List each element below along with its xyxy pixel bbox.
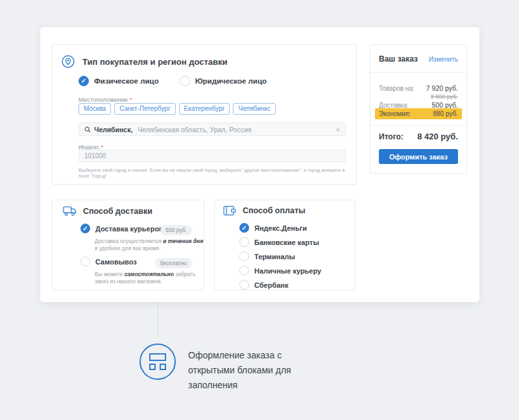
city-chips: Москва Санкт-Петербург Екатеренбург Челя…: [78, 103, 276, 115]
delivery-card-title: Способ доставки: [83, 207, 152, 216]
payment-method-card: Способ оплаты ✓ Яндекс.Деньги Банковские…: [214, 200, 356, 290]
courier-description: Доставка осуществляется в течение дня в …: [95, 238, 203, 252]
savings-highlight-row: Экономия: 880 руб.: [375, 108, 462, 119]
payment-option-sberbank[interactable]: Сбербанк: [239, 280, 289, 290]
divider: [370, 72, 466, 73]
location-label-text: Местоположение: [78, 96, 128, 103]
layout-blocks-icon: [139, 344, 176, 380]
items-total-row: Товаров на: 7 920 руб.: [379, 84, 458, 92]
pickup-price-badge: бесплатно: [155, 258, 192, 268]
radio-individual-label: Физическое лицо: [94, 77, 159, 85]
wallet-icon: [223, 205, 236, 216]
city-search-input[interactable]: Челябинск, Челябинская область, Урал, Ро…: [78, 122, 346, 136]
index-value: 101000: [84, 152, 106, 159]
summary-title: Ваш заказ: [379, 54, 418, 64]
footer-caption: Оформление заказа с открытыми блоками дл…: [188, 348, 328, 393]
search-value-city: Челябинск,: [94, 126, 134, 134]
desc-text: в удобное для вас время.: [95, 245, 160, 251]
savings-label: Экономия:: [379, 110, 411, 117]
desc-emphasis: в течение дня: [163, 238, 203, 244]
divider: [370, 125, 466, 126]
checkout-panel: Тип покупателя и регион доставки ✓ Физич…: [40, 27, 479, 302]
desc-text: Доставка осуществляется: [95, 238, 163, 244]
truck-icon: [63, 205, 77, 216]
delivery-option-pickup[interactable]: Самовывоз: [80, 257, 137, 266]
radio-legal-entity[interactable]: Юридическое лицо: [180, 76, 267, 86]
radio-legal-label: Юридическое лицо: [195, 77, 267, 85]
order-summary-card: Ваш заказ Изменить Товаров на: 7 920 руб…: [370, 44, 467, 174]
buyer-region-card: Тип покупателя и регион доставки ✓ Физич…: [52, 44, 357, 185]
radio-cards-circle[interactable]: [239, 237, 249, 247]
delivery-option-courier[interactable]: ✓ Доставка курьером: [80, 224, 164, 233]
radio-cash-circle[interactable]: [239, 266, 249, 275]
desc-emphasis: самостоятельно: [125, 271, 174, 277]
pickup-label: Самовывоз: [95, 258, 137, 266]
terminals-label: Терминалы: [254, 253, 295, 261]
check-icon: ✓: [241, 225, 247, 231]
items-value: 7 920 руб.: [426, 84, 458, 92]
total-value: 8 420 руб.: [417, 132, 458, 141]
buyer-type-options: ✓ Физическое лицо Юридическое лицо: [78, 76, 267, 86]
search-icon: [84, 126, 91, 133]
savings-value: 880 руб.: [433, 110, 458, 117]
payment-option-yandex[interactable]: ✓ Яндекс.Деньги: [239, 223, 307, 233]
courier-label: Доставка курьером: [95, 225, 164, 233]
radio-terminals-circle[interactable]: [239, 251, 249, 261]
cards-label: Банковские карты: [254, 239, 319, 246]
radio-sberbank-circle[interactable]: [239, 280, 249, 290]
yandex-label: Яндекс.Деньги: [254, 224, 307, 232]
total-label: Итого:: [379, 132, 404, 141]
location-pin-icon: [62, 55, 75, 68]
place-order-button[interactable]: Оформить заказ: [379, 149, 458, 164]
search-value-region: Челябинская область, Урал, Россия: [138, 126, 251, 134]
city-helper-text: Выберите свой город в списке. Если вы не…: [78, 167, 356, 179]
buyer-card-header: Тип покупателя и регион доставки: [62, 55, 228, 68]
radio-yandex-circle[interactable]: ✓: [239, 223, 249, 233]
location-field-label: Местоположение *: [78, 96, 132, 103]
radio-courier-circle[interactable]: ✓: [80, 224, 90, 233]
buyer-card-title: Тип покупателя и регион доставки: [82, 57, 228, 67]
sberbank-label: Сбербанк: [254, 281, 289, 289]
city-chip-moscow[interactable]: Москва: [78, 103, 111, 115]
city-chip-spb[interactable]: Санкт-Петербург: [114, 103, 175, 115]
radio-individual-circle[interactable]: ✓: [78, 76, 89, 86]
clear-search-icon[interactable]: ×: [336, 126, 340, 134]
check-icon: ✓: [81, 78, 86, 84]
connector-line: [158, 302, 158, 335]
desc-text: Вы можете: [95, 271, 125, 277]
payment-option-cards[interactable]: Банковские карты: [239, 237, 319, 247]
radio-individual[interactable]: ✓ Физическое лицо: [78, 76, 159, 86]
cash-label: Наличные курьеру: [254, 267, 321, 275]
radio-pickup-circle[interactable]: [80, 257, 90, 266]
total-row: Итого: 8 420 руб.: [379, 132, 458, 141]
desc-text: заказ из нашего магазина.: [95, 278, 162, 285]
payment-option-cash[interactable]: Наличные курьеру: [239, 266, 321, 275]
items-label: Товаров на:: [379, 85, 415, 92]
city-chip-ekb[interactable]: Екатеренбург: [179, 103, 230, 115]
edit-order-link[interactable]: Изменить: [429, 56, 458, 63]
pickup-description: Вы можете самостоятельно забрать заказ и…: [95, 271, 195, 285]
city-chip-chel[interactable]: Челябинкс: [233, 103, 275, 115]
courier-price-badge: 500 руб.: [160, 225, 192, 235]
required-asterisk: *: [130, 96, 132, 103]
payment-card-title: Способ оплаты: [243, 206, 306, 215]
index-input[interactable]: 101000: [78, 150, 346, 162]
payment-option-terminals[interactable]: Терминалы: [239, 251, 295, 261]
radio-legal-circle[interactable]: [180, 76, 190, 86]
delivery-method-card: Способ доставки ✓ Доставка курьером 500 …: [52, 200, 204, 290]
check-icon: ✓: [82, 226, 88, 232]
desc-text: забрать: [174, 271, 195, 277]
items-old-price: 8 800 руб.: [431, 93, 458, 100]
